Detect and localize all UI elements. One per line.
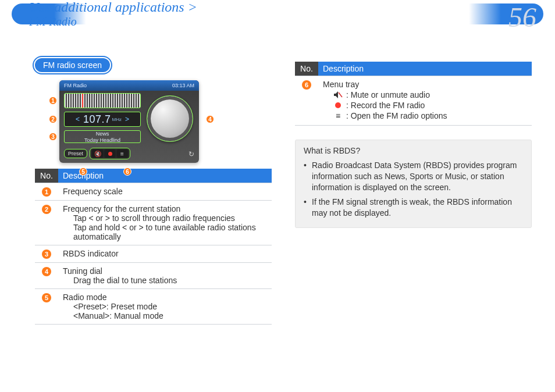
breadcrumb: Use additional applications > FM Radio — [29, 0, 197, 28]
frequency-scale — [64, 93, 141, 108]
fm-radio-diagram: FM Radio 03:13 AM < 107.7 MHz > News Tod… — [49, 80, 200, 163]
table1-head-desc: Description — [58, 169, 272, 183]
infobox-item: Radio Broadcast Data System (RBDS) provi… — [304, 160, 523, 193]
section-title-badge: FM radio screen — [35, 58, 110, 72]
table-row: 1 Frequency scale — [35, 183, 272, 201]
frequency-display: < 107.7 MHz > — [64, 112, 141, 127]
rbds-indicator: News Today Headlind — [64, 130, 141, 143]
callout-2: 2 — [49, 115, 57, 123]
row-number: 2 — [42, 205, 51, 214]
description-table-2: No. Description 6 Menu tray : Mute or un… — [295, 62, 532, 126]
svg-line-0 — [339, 92, 342, 97]
row-desc: Menu tray : Mute or unmute audio : Recor… — [318, 76, 532, 126]
menu-item: : Open the FM radio options — [333, 111, 527, 120]
table-row: 5 Radio mode <Preset>: Preset mode <Manu… — [35, 289, 272, 325]
radio-titlebar: FM Radio 03:13 AM — [59, 80, 199, 91]
right-column: No. Description 6 Menu tray : Mute or un… — [295, 58, 532, 380]
callout-6: 6 — [123, 168, 131, 176]
table-row: 4 Tuning dial Drag the dial to tune stat… — [35, 263, 272, 289]
menu-item: : Record the FM radio — [333, 101, 527, 110]
mute-icon[interactable]: 🔇 — [92, 149, 104, 158]
row-desc: Frequency for the current station Tap < … — [58, 201, 272, 245]
record-icon — [333, 101, 343, 109]
left-column: FM radio screen FM Radio 03:13 AM < 107.… — [35, 58, 272, 380]
row-number: 3 — [42, 250, 51, 259]
mode-button[interactable]: Preset — [64, 149, 87, 158]
row-desc: Radio mode <Preset>: Preset mode <Manual… — [58, 289, 272, 325]
callout-5: 5 — [79, 168, 87, 176]
table-row: 3 RBDS indicator — [35, 245, 272, 263]
radio-menu-tray: Preset 🔇 ≡ — [64, 148, 130, 159]
table-row: 2 Frequency for the current station Tap … — [35, 201, 272, 245]
freq-unit: MHz — [112, 117, 122, 122]
scale-needle — [82, 94, 83, 108]
table2-head-desc: Description — [318, 62, 532, 76]
callout-1: 1 — [49, 97, 57, 105]
row-line: <Manual>: Manual mode — [73, 311, 267, 320]
row-line: Tap and hold < or > to tune available ra… — [73, 223, 267, 241]
page-number: 56 — [508, 1, 536, 33]
record-icon[interactable] — [104, 149, 116, 158]
loop-icon[interactable]: ↻ — [188, 150, 194, 158]
radio-title: FM Radio — [64, 83, 87, 88]
rbds-infobox: What is RBDS? Radio Broadcast Data Syste… — [295, 140, 532, 228]
row-desc: RBDS indicator — [58, 245, 272, 263]
radio-time: 03:13 AM — [172, 83, 194, 88]
breadcrumb-main: Use additional applications > — [29, 0, 197, 15]
row-desc: Tuning dial Drag the dial to tune statio… — [58, 263, 272, 289]
callout-4: 4 — [206, 115, 214, 123]
row-line: Tap < or > to scroll through radio frequ… — [73, 213, 267, 223]
rbds-line1: News — [65, 131, 140, 137]
table1-head-no: No. — [35, 169, 58, 183]
menu-item-text: : Record the FM radio — [346, 101, 425, 110]
row-line: Menu tray — [323, 80, 359, 89]
menu-item-text: : Mute or unmute audio — [346, 90, 430, 99]
page-header-bar: Use additional applications > FM Radio 5… — [12, 3, 543, 24]
row-line: <Preset>: Preset mode — [73, 302, 267, 311]
table-row: 6 Menu tray : Mute or unmute audio : Rec… — [295, 76, 532, 126]
row-number: 1 — [42, 187, 51, 197]
callout-3: 3 — [49, 133, 57, 141]
options-icon[interactable]: ≡ — [116, 149, 128, 158]
row-line: Tuning dial — [63, 266, 102, 276]
mute-icon — [333, 91, 343, 99]
freq-prev-icon[interactable]: < — [72, 115, 83, 123]
breadcrumb-sub: FM Radio — [29, 15, 197, 28]
row-number: 5 — [42, 293, 51, 302]
freq-value: 107.7 — [83, 113, 111, 126]
row-number: 6 — [302, 80, 311, 90]
radio-device: FM Radio 03:13 AM < 107.7 MHz > News Tod… — [59, 80, 199, 163]
menu-item-text: : Open the FM radio options — [346, 111, 447, 120]
infobox-title: What is RBDS? — [304, 146, 523, 155]
infobox-item: If the FM signal strength is weak, the R… — [304, 197, 523, 219]
rbds-line2: Today Headlind — [65, 137, 140, 144]
table2-head-no: No. — [295, 62, 318, 76]
tuning-dial[interactable] — [147, 95, 193, 142]
options-icon — [333, 112, 343, 120]
row-line: Drag the dial to tune stations — [73, 276, 267, 285]
description-table-1: No. Description 1 Frequency scale 2 Freq… — [35, 169, 272, 325]
row-line: Radio mode — [63, 293, 107, 302]
row-desc: Frequency scale — [58, 183, 272, 201]
menu-item: : Mute or unmute audio — [333, 90, 527, 99]
row-number: 4 — [42, 267, 51, 276]
menu-tray-box: 🔇 ≡ — [90, 148, 130, 159]
freq-next-icon[interactable]: > — [122, 115, 133, 123]
row-line: Frequency for the current station — [63, 204, 180, 213]
